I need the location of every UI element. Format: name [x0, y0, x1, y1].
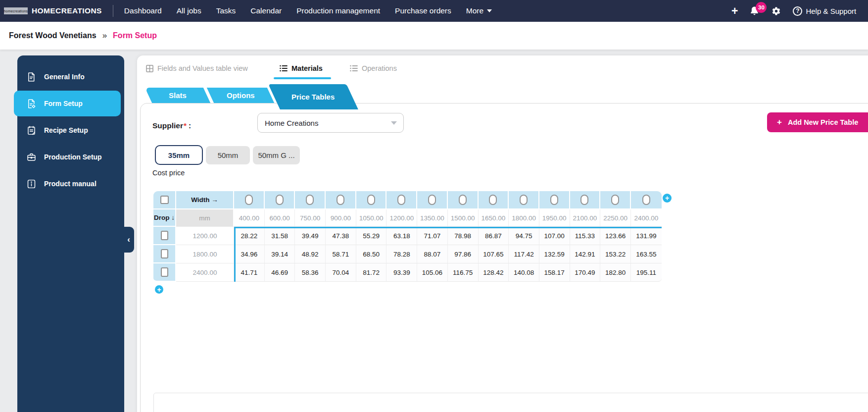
row-select-checkbox[interactable]: [161, 231, 168, 240]
price-cell[interactable]: 117.42: [509, 245, 539, 263]
sidebar-item-product-manual[interactable]: Product manual: [17, 170, 124, 197]
price-cell[interactable]: 182.80: [600, 263, 631, 282]
subtab-slats[interactable]: Slats: [145, 88, 210, 103]
nav-item-calendar[interactable]: Calendar: [250, 6, 282, 15]
column-select-checkbox[interactable]: [550, 195, 558, 205]
width-label-cell[interactable]: 400.00: [234, 209, 265, 227]
price-cell[interactable]: 58.71: [326, 245, 356, 263]
sidebar-item-production-setup[interactable]: Production Setup: [17, 144, 124, 170]
price-cell[interactable]: 153.22: [600, 245, 631, 263]
row-select-checkbox[interactable]: [161, 249, 168, 258]
price-cell[interactable]: 107.65: [479, 245, 509, 263]
column-select-checkbox[interactable]: [276, 195, 284, 205]
width-label-cell[interactable]: 1650.00: [479, 209, 509, 227]
notifications-button[interactable]: 30: [750, 5, 760, 16]
sidebar-item-form-setup[interactable]: Form Setup: [14, 91, 121, 116]
price-cell[interactable]: 58.36: [295, 263, 326, 282]
price-cell[interactable]: 131.99: [631, 227, 662, 245]
price-cell[interactable]: 163.55: [631, 245, 662, 263]
width-label-cell[interactable]: 600.00: [265, 209, 295, 227]
price-cell[interactable]: 105.06: [417, 263, 448, 282]
tab-materials[interactable]: Materials: [280, 64, 323, 72]
size-tab-50mm-g[interactable]: 50mm G ...: [253, 146, 300, 164]
column-select-checkbox[interactable]: [367, 195, 375, 205]
width-label-cell[interactable]: 900.00: [326, 209, 356, 227]
width-label-cell[interactable]: 1800.00: [509, 209, 539, 227]
column-select-checkbox[interactable]: [611, 195, 619, 205]
price-cell[interactable]: 63.18: [386, 227, 417, 245]
width-label-cell[interactable]: 2400.00: [631, 209, 662, 227]
subtab-price-tables[interactable]: Price Tables: [268, 84, 358, 109]
row-select-checkbox[interactable]: [161, 267, 168, 277]
price-cell[interactable]: 86.87: [479, 227, 509, 245]
price-cell[interactable]: 28.22: [234, 227, 265, 245]
select-all-checkbox[interactable]: [160, 196, 169, 204]
price-cell[interactable]: 78.98: [448, 227, 479, 245]
price-cell[interactable]: 47.38: [326, 227, 356, 245]
nav-item-tasks[interactable]: Tasks: [216, 6, 236, 15]
column-select-checkbox[interactable]: [642, 195, 650, 205]
column-select-checkbox[interactable]: [580, 195, 588, 205]
column-select-checkbox[interactable]: [337, 195, 344, 205]
width-label-cell[interactable]: 750.00: [295, 209, 326, 227]
add-column-button[interactable]: +: [663, 194, 672, 203]
price-cell[interactable]: 123.66: [600, 227, 631, 245]
tab-fields-and-values[interactable]: Fields and Values table view: [146, 64, 248, 72]
add-new-price-table-button[interactable]: + Add New Price Table: [767, 112, 868, 132]
price-cell[interactable]: 195.11: [631, 263, 662, 282]
price-cell[interactable]: 158.17: [539, 263, 570, 282]
company-logo[interactable]: homecreations: [4, 7, 28, 14]
width-label-cell[interactable]: 2250.00: [600, 209, 631, 227]
nav-more-menu[interactable]: More: [466, 6, 492, 15]
nav-item-all-jobs[interactable]: All jobs: [177, 6, 201, 15]
size-tab-50mm[interactable]: 50mm: [206, 146, 250, 164]
column-select-checkbox[interactable]: [489, 195, 497, 205]
price-cell[interactable]: 107.00: [539, 227, 570, 245]
column-select-checkbox[interactable]: [459, 195, 467, 205]
nav-item-purchase-orders[interactable]: Purchase orders: [395, 6, 451, 15]
price-cell[interactable]: 97.86: [448, 245, 479, 263]
drop-value-cell[interactable]: 2400.00: [176, 263, 234, 282]
nav-item-dashboard[interactable]: Dashboard: [124, 6, 162, 15]
sidebar-collapse-button[interactable]: ‹: [123, 227, 134, 253]
price-cell[interactable]: 142.91: [570, 245, 601, 263]
drop-value-cell[interactable]: 1200.00: [176, 227, 234, 245]
width-label-cell[interactable]: 1500.00: [448, 209, 479, 227]
column-select-checkbox[interactable]: [520, 195, 528, 205]
price-cell[interactable]: 34.96: [234, 245, 265, 263]
price-cell[interactable]: 48.92: [295, 245, 326, 263]
price-cell[interactable]: 128.42: [479, 263, 509, 282]
price-cell[interactable]: 71.07: [417, 227, 448, 245]
price-cell[interactable]: 94.75: [509, 227, 539, 245]
price-cell[interactable]: 55.29: [356, 227, 387, 245]
price-cell[interactable]: 41.71: [234, 263, 265, 282]
price-cell[interactable]: 115.33: [570, 227, 601, 245]
price-cell[interactable]: 170.49: [570, 263, 601, 282]
quick-add-icon[interactable]: +: [731, 5, 738, 17]
price-cell[interactable]: 132.59: [539, 245, 570, 263]
size-tab-35mm[interactable]: 35mm: [155, 145, 203, 165]
nav-item-production-management[interactable]: Production management: [296, 6, 380, 15]
column-select-checkbox[interactable]: [397, 195, 405, 205]
price-cell[interactable]: 140.08: [509, 263, 539, 282]
add-row-button[interactable]: +: [155, 285, 163, 294]
price-cell[interactable]: 68.50: [356, 245, 387, 263]
help-support-button[interactable]: ? Help & Support: [793, 6, 856, 16]
column-select-checkbox[interactable]: [428, 195, 436, 205]
price-cell[interactable]: 116.75: [448, 263, 479, 282]
column-select-checkbox[interactable]: [306, 195, 314, 205]
settings-button[interactable]: [772, 6, 781, 16]
width-label-cell[interactable]: 1350.00: [417, 209, 448, 227]
price-cell[interactable]: 39.14: [265, 245, 295, 263]
price-cell[interactable]: 81.72: [356, 263, 387, 282]
breadcrumb-parent[interactable]: Forest Wood Venetians: [9, 31, 96, 40]
price-cell[interactable]: 70.04: [326, 263, 356, 282]
column-select-checkbox[interactable]: [245, 195, 253, 205]
width-label-cell[interactable]: 1200.00: [386, 209, 417, 227]
price-cell[interactable]: 31.58: [265, 227, 295, 245]
width-label-cell[interactable]: 1950.00: [539, 209, 570, 227]
sidebar-item-general-info[interactable]: General Info: [17, 63, 124, 90]
drop-value-cell[interactable]: 1800.00: [176, 245, 234, 263]
price-cell[interactable]: 93.39: [386, 263, 417, 282]
subtab-options[interactable]: Options: [207, 88, 274, 103]
